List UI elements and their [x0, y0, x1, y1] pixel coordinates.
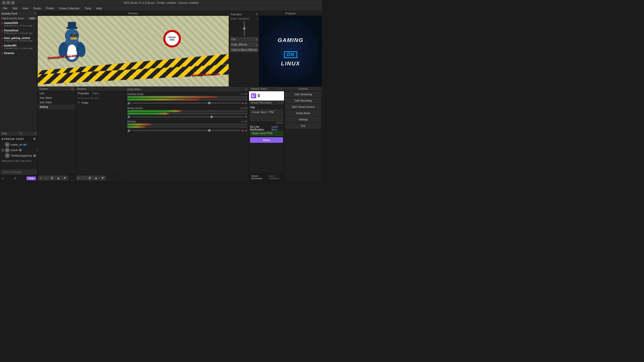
scene-remove-button[interactable]: − — [44, 176, 49, 180]
scene-add-button[interactable]: + — [38, 176, 43, 180]
source-name: Image — [82, 101, 89, 104]
chat-settings-icon-2[interactable]: ⚙ — [14, 177, 16, 180]
cut-select[interactable]: Cut — [230, 37, 258, 41]
sources-sub-header: Properties Filters — [75, 91, 126, 96]
activity-more-icon[interactable]: ⋮ — [33, 52, 36, 55]
audio-gear-icon[interactable]: ⚙ — [245, 129, 247, 132]
controls-header: Controls — [284, 87, 322, 91]
quick-transitions-add-icon[interactable]: + — [257, 17, 258, 20]
start-recording-button[interactable]: Start Recording — [285, 98, 321, 103]
scenes-panel: Scenes ⬛ Live Intro Silent Intro Video W… — [38, 87, 75, 181]
stream-chat-settings-icon[interactable]: ⚙ — [33, 137, 36, 141]
chat-section: Chat ⚙ × STREAM CHAT ⚙ ‹ s scaine_uk 👥 5 — [0, 131, 37, 181]
menu-view[interactable]: View — [20, 6, 30, 10]
menu-help[interactable]: Help — [94, 6, 104, 10]
activity-more-icon[interactable]: ⋮ — [33, 44, 36, 48]
menu-file[interactable]: File — [1, 6, 10, 10]
done-button[interactable]: Done — [250, 137, 283, 143]
viewers-header: Viewers Twitch — × — [249, 87, 284, 91]
chat-prev-button[interactable]: ‹ — [1, 148, 4, 152]
audio-track-name-media: Media Source 0.0 dB — [127, 107, 247, 110]
chat-tab-label[interactable]: Chat — [2, 132, 7, 135]
transition-gear-icon[interactable]: ⚙ — [256, 13, 258, 16]
scene-up-button[interactable]: ▲ — [55, 176, 61, 180]
audio-volume-slider[interactable] — [132, 130, 241, 131]
audio-mute-icon[interactable]: 🔊 — [127, 129, 131, 132]
program-label: Program — [259, 11, 322, 16]
exit-button[interactable]: Exit — [285, 123, 321, 128]
viewers-close-icon[interactable]: × — [281, 87, 283, 90]
fade-black-select[interactable]: Fade to Black (300ms) — [230, 48, 258, 52]
learn-more-link[interactable]: Learn More — [271, 125, 283, 131]
scene-down-button[interactable]: ▼ — [62, 176, 68, 180]
start-streaming-button[interactable]: Start Streaming — [285, 92, 321, 97]
audio-gear-icon[interactable]: ⚙ — [245, 115, 247, 118]
audio-meter-media-1 — [127, 110, 247, 112]
studio-mode-button[interactable]: Studio Mode — [285, 111, 321, 116]
no-source-label: No source selected — [75, 96, 126, 101]
properties-tab[interactable]: Properties — [77, 92, 90, 95]
stream-title-input[interactable]: Steam Deck FTW! — [250, 110, 283, 121]
activity-more-icon[interactable]: ⋮ — [33, 29, 36, 33]
chat-close-icon[interactable]: × — [34, 132, 36, 135]
source-visible-icon[interactable]: 👁 — [77, 101, 80, 104]
activity-feed-title: Activity Feed — [2, 12, 17, 15]
activity-feed-close[interactable]: × — [34, 12, 36, 15]
stream-info-tab[interactable]: Stream Information — [250, 174, 266, 180]
audio-mute-icon[interactable]: 🔊 — [127, 115, 131, 118]
stream-info-collapse-icon[interactable]: — — [277, 101, 280, 104]
audio-volume-handle — [208, 102, 211, 104]
menu-edit[interactable]: Edit — [11, 6, 19, 10]
filters-tab[interactable]: Filters — [92, 92, 100, 95]
chat-settings-icon[interactable]: ⚙ — [19, 132, 22, 135]
minimize-button[interactable]: − — [2, 1, 6, 5]
transition-panel: Transition ⚙ Quick Transitions + Cut — [229, 11, 259, 86]
source-item-image[interactable]: 👁 Image — [75, 101, 126, 105]
menu-docks[interactable]: Docks — [31, 6, 43, 10]
program-canvas: GAMING ON LINUX — [259, 16, 322, 86]
viewers-collapse-icon[interactable]: — — [277, 87, 280, 90]
menu-profile[interactable]: Profile — [44, 6, 56, 10]
go-live-input[interactable] — [250, 131, 283, 136]
activity-more-icon[interactable]: ⋮ — [33, 22, 36, 25]
filter-button[interactable]: Filter — [28, 17, 36, 20]
user-count: 1 — [33, 154, 36, 157]
activity-more-icon[interactable]: ⋮ — [33, 37, 36, 40]
stream-info-close-icon[interactable]: × — [281, 101, 283, 104]
activity-feed-panel-header[interactable]: Activity Feed × — [0, 11, 37, 16]
scene-item-live[interactable]: Live — [38, 91, 75, 96]
scene-item-waiting[interactable]: Waiting — [38, 105, 75, 109]
maximize-button[interactable]: □ — [7, 1, 10, 5]
list-item: ♥ FinnishFool Followed you • 14 hours ag… — [0, 28, 37, 36]
source-down-button[interactable]: ▼ — [100, 176, 106, 180]
activity-user-name: FinnishFool — [4, 29, 33, 32]
audio-gear-icon[interactable]: ⚙ — [245, 102, 247, 105]
preview-section: Preview GamingOnLinux.com GamingOnLinux.… — [38, 11, 229, 86]
audio-close-icon[interactable]: × — [246, 87, 247, 91]
source-add-button[interactable]: + — [76, 176, 81, 180]
source-up-button[interactable]: ▲ — [93, 176, 99, 180]
source-remove-button[interactable]: − — [82, 176, 86, 180]
close-button[interactable]: × — [11, 1, 15, 5]
audio-mute-icon[interactable]: 🔊 — [127, 102, 131, 105]
activity-sub-header: Twitch Activity Feed Filter — [0, 16, 37, 21]
main-layout: Activity Feed × Twitch Activity Feed Fil… — [0, 11, 322, 181]
scene-item-intro-silent[interactable]: Intro Silent — [38, 96, 75, 100]
scene-transitions-tab[interactable]: Scene Transitions — [267, 174, 283, 180]
list-item: ♥ linux_gaming_central Followed you • 14… — [0, 36, 37, 43]
settings-button[interactable]: Settings — [285, 117, 321, 122]
audio-controls-mic: 🔊 ● ⚙ — [127, 128, 247, 132]
scene-settings-button[interactable]: ⚙ — [49, 176, 55, 180]
menu-scene-collection[interactable]: Scene Collection — [57, 6, 82, 10]
start-virtual-camera-button[interactable]: Start Virtual Camera — [285, 104, 321, 110]
audio-volume-slider[interactable] — [132, 116, 244, 117]
source-settings-button[interactable]: ⚙ — [87, 176, 93, 180]
chat-input[interactable] — [1, 170, 36, 174]
quick-transitions-label: Quick Transitions — [230, 17, 250, 20]
chat-button[interactable]: Chat — [26, 176, 36, 180]
audio-volume-slider[interactable] — [132, 103, 241, 104]
transition-slider[interactable] — [244, 21, 245, 36]
menu-tools[interactable]: Tools — [83, 6, 93, 10]
scene-item-intro-video[interactable]: Intro Video — [38, 100, 75, 105]
fade-select[interactable]: Fade (300ms) — [230, 42, 258, 47]
